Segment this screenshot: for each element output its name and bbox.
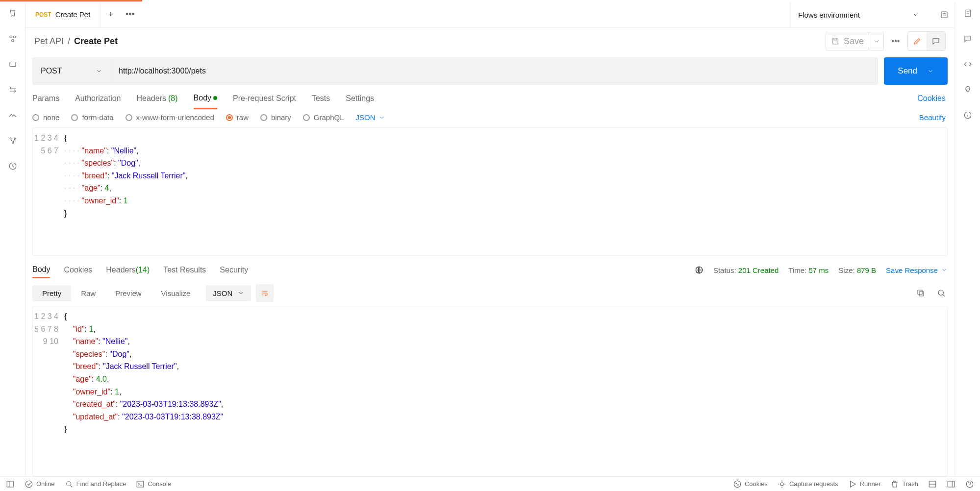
svg-point-20 xyxy=(736,483,737,484)
body-urlencoded[interactable]: x-www-form-urlencoded xyxy=(126,113,214,122)
tab-method: POST xyxy=(35,11,51,18)
time-value[interactable]: 57 ms xyxy=(809,266,829,274)
breadcrumb-parent[interactable]: Pet API xyxy=(34,36,64,47)
http-method-selector[interactable]: POST xyxy=(32,57,111,85)
sb-layout-icon[interactable] xyxy=(928,480,937,489)
history-icon[interactable] xyxy=(7,160,19,172)
comments-icon[interactable] xyxy=(962,33,974,45)
build-mode-button[interactable] xyxy=(908,32,927,50)
new-tab-button[interactable]: + xyxy=(101,9,120,20)
find-replace[interactable]: Find and Replace xyxy=(65,480,126,489)
tab-params[interactable]: Params xyxy=(32,88,59,109)
sb-cookies[interactable]: Cookies xyxy=(733,480,768,489)
copy-icon[interactable] xyxy=(916,289,925,297)
url-input[interactable] xyxy=(111,57,878,85)
search-icon[interactable] xyxy=(937,289,946,297)
svg-rect-18 xyxy=(137,481,144,487)
view-raw[interactable]: Raw xyxy=(71,285,105,301)
view-visualize[interactable]: Visualize xyxy=(151,285,201,301)
tab-headers[interactable]: Headers (8) xyxy=(137,88,178,109)
resp-tab-tests[interactable]: Test Results xyxy=(163,262,206,278)
svg-point-12 xyxy=(938,290,944,295)
body-none[interactable]: none xyxy=(32,113,59,122)
chevron-down-icon xyxy=(927,68,934,74)
code-icon[interactable] xyxy=(962,58,974,70)
comment-mode-button[interactable] xyxy=(927,32,945,50)
lightbulb-icon[interactable] xyxy=(962,84,974,96)
resp-tab-body[interactable]: Body xyxy=(32,262,50,278)
svg-point-19 xyxy=(734,481,741,488)
request-body-editor[interactable]: 1 2 3 4 5 6 7 { · · · · "name": "Nellie"… xyxy=(32,127,948,256)
console-toggle[interactable]: Console xyxy=(136,480,171,489)
save-dropdown[interactable] xyxy=(869,32,884,50)
request-tabs: Params Authorization Headers (8) Body Pr… xyxy=(25,88,955,109)
resp-tab-cookies[interactable]: Cookies xyxy=(64,262,92,278)
comment-icon xyxy=(931,37,940,46)
save-response-button[interactable]: Save Response xyxy=(886,266,948,274)
tab-prerequest[interactable]: Pre-request Script xyxy=(233,88,296,109)
tab-body[interactable]: Body xyxy=(194,88,217,109)
save-button[interactable]: Save xyxy=(826,32,869,50)
breadcrumb-bar: Pet API / Create Pet Save ••• xyxy=(25,28,955,54)
code-content[interactable]: { · · · · "name": "Nellie", · · · · "spe… xyxy=(64,128,947,255)
line-gutter: 1 2 3 4 5 6 7 8 9 10 xyxy=(33,306,64,476)
svg-rect-15 xyxy=(7,481,14,487)
environments-icon[interactable] xyxy=(7,58,19,70)
svg-point-6 xyxy=(12,142,13,144)
raw-language-selector[interactable]: JSON xyxy=(356,113,385,122)
save-icon xyxy=(831,37,840,46)
svg-point-16 xyxy=(25,481,32,488)
format-selector[interactable]: JSON xyxy=(206,285,251,301)
pencil-icon xyxy=(913,37,922,46)
response-body-editor[interactable]: 1 2 3 4 5 6 7 8 9 10 { "id": 1, "name": … xyxy=(32,306,948,476)
sb-capture[interactable]: Capture requests xyxy=(778,480,838,489)
body-graphql[interactable]: GraphQL xyxy=(303,113,344,122)
body-formdata[interactable]: form-data xyxy=(71,113,113,122)
sb-pane-icon[interactable] xyxy=(947,480,955,489)
tab-authorization[interactable]: Authorization xyxy=(75,88,121,109)
sb-help-icon[interactable] xyxy=(965,480,974,489)
resp-tab-headers[interactable]: Headers (14) xyxy=(106,262,150,278)
online-status[interactable]: Online xyxy=(25,480,55,489)
info-icon[interactable] xyxy=(962,109,974,121)
status-value[interactable]: 201 Created xyxy=(738,266,779,274)
monitors-icon[interactable] xyxy=(7,109,19,121)
flows-icon[interactable] xyxy=(7,135,19,147)
status-bar: Online Find and Replace Console Cookies … xyxy=(0,476,980,491)
svg-rect-3 xyxy=(10,62,16,67)
sidebar-toggle-icon[interactable] xyxy=(6,480,15,489)
mock-icon[interactable] xyxy=(7,84,19,96)
svg-rect-11 xyxy=(918,290,922,295)
send-button[interactable]: Send xyxy=(884,57,948,85)
view-pretty[interactable]: Pretty xyxy=(32,285,71,301)
globe-icon[interactable] xyxy=(695,266,704,274)
tab-settings[interactable]: Settings xyxy=(346,88,374,109)
size-value[interactable]: 879 B xyxy=(857,266,876,274)
left-sidebar xyxy=(0,1,25,476)
request-tab[interactable]: POST Create Pet xyxy=(25,1,101,28)
resp-tab-security[interactable]: Security xyxy=(220,262,248,278)
svg-point-17 xyxy=(66,481,71,486)
sb-runner[interactable]: Runner xyxy=(848,480,881,489)
sb-trash[interactable]: Trash xyxy=(890,480,918,489)
wrap-lines-button[interactable] xyxy=(256,284,274,302)
view-preview[interactable]: Preview xyxy=(105,285,151,301)
body-binary[interactable]: binary xyxy=(260,113,291,122)
tab-tests[interactable]: Tests xyxy=(312,88,330,109)
apis-icon[interactable] xyxy=(7,33,19,45)
environment-quicklook-icon[interactable] xyxy=(940,1,949,28)
svg-point-22 xyxy=(780,483,783,486)
beautify-button[interactable]: Beautify xyxy=(919,113,946,122)
svg-point-4 xyxy=(10,138,11,139)
code-content: { "id": 1, "name": "Nellie", "species": … xyxy=(64,306,947,476)
chevron-down-icon xyxy=(96,68,102,74)
documentation-icon[interactable] xyxy=(962,7,974,19)
cookies-link[interactable]: Cookies xyxy=(917,94,946,103)
response-tabs: Body Cookies Headers (14) Test Results S… xyxy=(25,258,955,282)
collections-icon[interactable] xyxy=(7,7,19,19)
tab-options-icon[interactable]: ••• xyxy=(120,9,140,20)
environment-selector[interactable]: Flows environment xyxy=(790,1,927,28)
more-actions-icon[interactable]: ••• xyxy=(890,35,902,47)
svg-rect-8 xyxy=(941,12,947,18)
body-raw[interactable]: raw xyxy=(226,113,249,122)
